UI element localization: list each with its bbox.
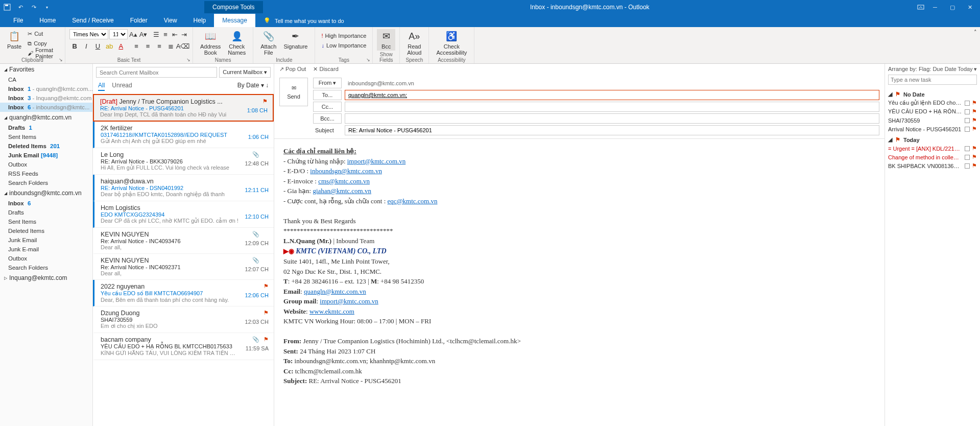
tab-file[interactable]: File [5,14,31,27]
font-select[interactable]: Times New [69,29,108,39]
tab-home[interactable]: Home [31,14,64,27]
link[interactable]: import@kmtc.com.vn [347,157,406,165]
group-nodate[interactable]: ◢⚑No Date [888,91,977,98]
account-header[interactable]: ◢quangln@kmtc.com.vn [0,112,92,123]
nav-item[interactable]: Junk E-mail [0,245,92,254]
message-item[interactable]: 📎KEVIN NGUYENRe: Arrival Notice - INC409… [93,254,274,280]
task-item[interactable]: Arrival Notice - PUSG456201⚑ [888,125,977,133]
account-header[interactable]: ▷Inquang@ekmtc.com [0,272,92,283]
message-item[interactable]: 📎⚑bacnam companyYÊU CẦU EDO + HẠ RỖNG BL… [93,333,274,360]
bold-icon[interactable]: B [69,41,80,51]
read-aloud-button[interactable]: A»Read Aloud [404,29,424,57]
nav-item[interactable]: Search Folders [0,263,92,272]
sort-dropdown[interactable]: By Date ▾ ↓ [237,82,269,91]
low-importance-button[interactable]: ↓Low Importance [319,41,368,50]
format-painter-button[interactable]: 🖌Format Painter [26,49,61,58]
dialog-launcher-icon[interactable]: ↘ [186,57,192,62]
ribbon-options-icon[interactable] [917,3,925,11]
message-list[interactable]: ⚑[Draft] Jenny / True Companion Logistic… [93,94,274,426]
dialog-launcher-icon[interactable]: ↘ [59,57,64,62]
message-item[interactable]: ⚑Dzung DuongSHAI730559Em ơi cho chị xin … [93,306,274,333]
nav-item[interactable]: Outbox [0,254,92,263]
bullets-icon[interactable]: ☰ [152,29,160,39]
cc-button[interactable]: Cc... [313,102,342,112]
caret-down-icon[interactable]: ▾ [974,66,977,73]
new-task-input[interactable] [888,75,977,85]
today-filter[interactable]: Today [958,66,972,73]
check-accessibility-button[interactable]: ♿Check Accessibility [433,29,470,57]
message-item[interactable]: 2K fertilizer0317461218//KMTCTAK0152898/… [93,122,274,148]
link[interactable]: cms@kmtc.com.vn [318,177,370,185]
message-item[interactable]: 📎Le LongRE: Arrival Notice - BKK3079026H… [93,148,274,175]
link[interactable]: inboundsgn@kmtc.com.vn [310,167,382,175]
clear-format-icon[interactable]: A⌫ [177,41,188,51]
arrange-by[interactable]: Arrange by: Flag: Due Date [888,66,957,73]
maximize-icon[interactable]: ▢ [945,3,960,11]
cut-button[interactable]: ✂Cut [26,29,61,38]
save-icon[interactable] [3,3,11,11]
group-today[interactable]: ◢⚑Today [888,136,977,143]
grow-font-icon[interactable]: A▴ [129,29,138,39]
nav-item[interactable]: CA [0,75,92,84]
nav-item[interactable]: Sent Items [0,132,92,141]
font-size-select[interactable]: 11 [109,29,128,39]
message-item[interactable]: Hcm LogisticsEDO KMTCXGG2324394Dear CP đ… [93,201,274,228]
highlight-icon[interactable]: ab [104,41,115,51]
from-button[interactable]: From ▾ [313,78,342,88]
paste-button[interactable]: 📋 Paste [4,29,25,51]
nav-item[interactable]: Drafts [0,208,92,217]
subject-field[interactable] [345,125,879,135]
message-item[interactable]: ⚑2022 nguyenanYêu cầu EDO số Bill KMTCTA… [93,280,274,306]
nav-item[interactable]: Inbox 6 - inboundsgn@kmtc... [0,103,92,112]
tab-message[interactable]: Message [214,14,255,27]
font-color-icon[interactable]: A [115,41,126,51]
align-left-icon[interactable]: ≡ [131,41,142,51]
justify-icon[interactable]: ≣ [165,41,176,51]
message-item[interactable]: 📎KEVIN NGUYENRe: Arrival Notice - INC409… [93,228,274,254]
italic-icon[interactable]: I [81,41,92,51]
tab-send-receive[interactable]: Send / Receive [64,14,122,27]
minimize-icon[interactable]: ─ [928,3,942,11]
nav-item[interactable]: Deleted Items [0,226,92,235]
bcc-button[interactable]: Bcc... [313,113,342,124]
nav-item[interactable]: Search Folders [0,178,92,187]
bcc-field[interactable] [345,113,879,124]
message-item[interactable]: ⚑[Draft] Jenny / True Companion Logistic… [93,94,274,122]
tell-me[interactable]: 💡 Tell me what you want to do [255,14,352,27]
nav-item[interactable]: Outbox [0,160,92,169]
nav-item[interactable]: Sent Items [0,217,92,226]
message-item[interactable]: haiquan@duwa.vnRE: Arrival Notice - DSN0… [93,175,274,201]
nav-item[interactable]: RSS Feeds [0,169,92,178]
pop-out-button[interactable]: ↗ Pop Out [279,66,306,73]
redo-icon[interactable]: ↷ [30,3,38,11]
checkbox[interactable] [965,127,970,132]
nav-item[interactable]: Deleted Items 201 [0,141,92,151]
task-item[interactable]: Change of method in collecti...⚑ [888,153,977,161]
attach-file-button[interactable]: 📎Attach File [257,29,279,57]
nav-item[interactable]: Inbox 6 [0,199,92,208]
task-item[interactable]: YÊU CẦU EDO + HẠ RỖNG BL...⚑ [888,107,977,116]
outdent-icon[interactable]: ⇤ [171,29,179,39]
underline-icon[interactable]: U [92,41,103,51]
cc-field[interactable] [345,102,879,112]
signature-button[interactable]: ✒Signature [280,29,310,51]
high-importance-button[interactable]: !High Importance [319,31,368,40]
checkbox[interactable] [965,118,970,123]
indent-icon[interactable]: ⇥ [180,29,188,39]
dialog-launcher-icon[interactable]: ↘ [366,57,371,62]
filter-all[interactable]: All [98,82,105,91]
check-names-button[interactable]: 👤Check Names [225,29,249,57]
align-center-icon[interactable]: ≡ [142,41,153,51]
link[interactable]: giahan@kmtc.com.vn [313,187,371,195]
tab-folder[interactable]: Folder [122,14,156,27]
shrink-font-icon[interactable]: A▾ [139,29,148,39]
nav-item[interactable]: Drafts 1 [0,123,92,132]
to-field[interactable] [345,90,879,100]
address-book-button[interactable]: 📖Address Book [197,29,224,57]
align-right-icon[interactable]: ≡ [154,41,165,51]
qat-dropdown-icon[interactable]: ▾ [43,3,51,11]
favorites-header[interactable]: ◢Favorites [0,64,92,75]
search-scope-dropdown[interactable]: Current Mailbox ▾ [219,67,271,78]
tab-help[interactable]: Help [185,14,214,27]
checkbox[interactable] [965,163,970,169]
